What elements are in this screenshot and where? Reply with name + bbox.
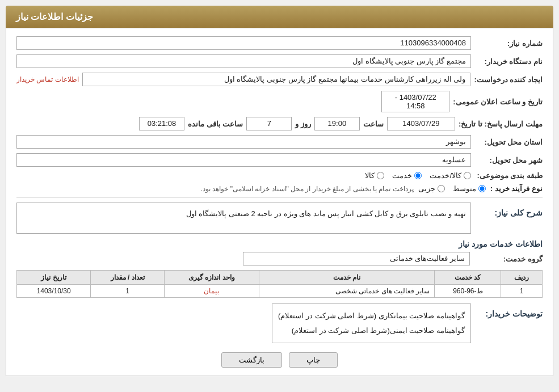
city-row: شهر محل تحویل: عسلویه [16, 153, 543, 167]
city-label: شهر محل تحویل: [474, 156, 543, 165]
buyer-desc-label: توضیحات خریدار: [474, 309, 543, 318]
process-jozi[interactable]: جزیی [418, 184, 445, 193]
buyer-desc-line1: گواهینامه صلاحیت بیمانکاری (شرط اصلی شرک… [278, 309, 465, 323]
category-kala-label: کالا [365, 171, 375, 180]
need-number-value: 1103096334000408 [16, 36, 471, 50]
col-date: تاریخ نیاز [17, 271, 91, 285]
service-info-title: اطلاعات خدمات مورد نیاز [16, 239, 543, 248]
col-name: نام خدمت [259, 271, 435, 285]
divider1 [16, 197, 543, 198]
creator-label: ایجاد کننده درخواست: [474, 75, 543, 84]
category-khedmat-label: خدمت [392, 171, 412, 180]
general-desc-value: تهیه و نصب تابلوی برق و کابل کشی انبار پ… [16, 203, 471, 234]
need-number-row: شماره نیاز: 1103096334000408 [16, 36, 543, 50]
general-desc-label: شرح کلی نیاز: [474, 208, 543, 217]
buyer-desc-line2: گواهینامه صلاحیت ایمنی(شرط اصلی شرکت در … [278, 323, 465, 338]
category-option-kala-khedmat[interactable]: کالا/خدمت [430, 171, 471, 180]
cell-row: 1 [501, 285, 543, 298]
announce-date-row: تاریخ و ساعت اعلان عمومی: 1403/07/22 - 1… [16, 91, 543, 112]
category-label: طبقه بندی موضوعی: [474, 171, 543, 180]
announce-date-value: 1403/07/22 - 14:58 [381, 91, 449, 112]
reply-day-label: روز و [295, 120, 311, 128]
category-option-kala[interactable]: کالا [365, 171, 384, 180]
process-motavasset-label: متوسط [453, 184, 476, 193]
col-qty: تعداد / مقدار [91, 271, 165, 285]
creator-row: ایجاد کننده درخواست: ولی اله زیرراهی کار… [16, 73, 543, 86]
process-motavasset-radio[interactable] [478, 185, 486, 192]
service-group-label: گروه خدمت: [474, 255, 543, 263]
buyer-org-value: مجتمع گاز پارس جنوبی پالایشگاه اول [16, 54, 471, 68]
buyer-org-label: نام دستگاه خریدار: [474, 57, 543, 66]
province-value: بوشهر [16, 135, 471, 149]
cell-unit: بیمان [165, 285, 259, 298]
general-desc-text: تهیه و نصب تابلوی برق و کابل کشی انبار پ… [186, 209, 466, 218]
city-value: عسلویه [16, 153, 471, 167]
reply-day: 7 [246, 117, 292, 130]
page-title: جزئیات اطلاعات نیاز [16, 12, 93, 22]
button-row: چاپ بازگشت [16, 352, 543, 368]
category-radio-group: کالا خدمت کالا/خدمت [365, 171, 471, 180]
category-row: طبقه بندی موضوعی: کالا خدمت کالا/خدمت [16, 171, 543, 180]
announce-date-label: تاریخ و ساعت اعلان عمومی: [453, 98, 543, 106]
reply-deadline-label: مهلت ارسال پاسخ: تا تاریخ: [459, 120, 543, 128]
process-label: نوع فرآیند خرید : [490, 184, 543, 193]
col-row: ردیف [501, 271, 543, 285]
category-khedmat-radio[interactable] [414, 172, 422, 179]
buyer-desc-row: توضیحات خریدار: گواهینامه صلاحیت بیمانکا… [16, 304, 543, 343]
creator-contact-link[interactable]: اطلاعات تماس خریدار [16, 75, 79, 83]
page-header: جزئیات اطلاعات نیاز [6, 6, 553, 28]
table-row: 1 ط-96-960 سایر فعالیت های خدماتی شخصی ب… [17, 285, 543, 298]
process-jozi-label: جزیی [418, 184, 435, 193]
cell-name: سایر فعالیت های خدماتی شخصی [259, 285, 435, 298]
table-header-row: ردیف کد خدمت نام خدمت واحد اندازه گیری ت… [17, 271, 543, 285]
cell-code: ط-96-960 [435, 285, 501, 298]
general-desc-row: شرح کلی نیاز: تهیه و نصب تابلوی برق و کا… [16, 203, 543, 234]
category-kala-khedmat-label: کالا/خدمت [430, 171, 461, 180]
service-group-value: سایر فعالیت‌های خدماتی [243, 252, 470, 265]
reply-remaining-label: ساعت باقی مانده [188, 120, 243, 128]
process-jozi-radio[interactable] [438, 185, 445, 192]
cell-qty: 1 [91, 285, 165, 298]
reply-date: 1403/07/29 [387, 117, 455, 130]
category-option-khedmat[interactable]: خدمت [392, 171, 422, 180]
need-number-label: شماره نیاز: [474, 39, 543, 48]
service-table: ردیف کد خدمت نام خدمت واحد اندازه گیری ت… [16, 270, 543, 298]
reply-time: 19:00 [314, 117, 360, 130]
province-row: استان محل تحویل: بوشهر [16, 135, 543, 149]
province-label: استان محل تحویل: [474, 138, 543, 146]
process-row: نوع فرآیند خرید : جزیی متوسط پرداخت تمام… [16, 184, 543, 193]
buyer-desc-box: گواهینامه صلاحیت بیمانکاری (شرط اصلی شرک… [272, 304, 471, 343]
process-note: پرداخت تمام یا بخشی از مبلغ خریدار از مح… [16, 185, 414, 193]
col-code: کد خدمت [435, 271, 501, 285]
main-card: شماره نیاز: 1103096334000408 نام دستگاه … [6, 28, 553, 376]
category-kala-radio[interactable] [377, 172, 384, 179]
category-kala-khedmat-radio[interactable] [464, 172, 471, 179]
reply-deadline-row: مهلت ارسال پاسخ: تا تاریخ: 1403/07/29 سا… [16, 117, 543, 130]
service-group-row: گروه خدمت: سایر فعالیت‌های خدماتی [16, 252, 543, 265]
reply-remaining: 03:21:08 [139, 117, 184, 130]
creator-value: ولی اله زیرراهی کارشناس خدمات بیمانها مج… [82, 73, 471, 86]
buyer-org-row: نام دستگاه خریدار: مجتمع گاز پارس جنوبی … [16, 54, 543, 68]
print-button[interactable]: چاپ [289, 352, 338, 368]
reply-time-label: ساعت [363, 120, 384, 128]
col-unit: واحد اندازه گیری [165, 271, 259, 285]
back-button[interactable]: بازگشت [221, 352, 282, 368]
cell-date: 1403/10/30 [17, 285, 91, 298]
process-radio-group: جزیی متوسط [418, 184, 486, 193]
process-motavasset[interactable]: متوسط [453, 184, 486, 193]
